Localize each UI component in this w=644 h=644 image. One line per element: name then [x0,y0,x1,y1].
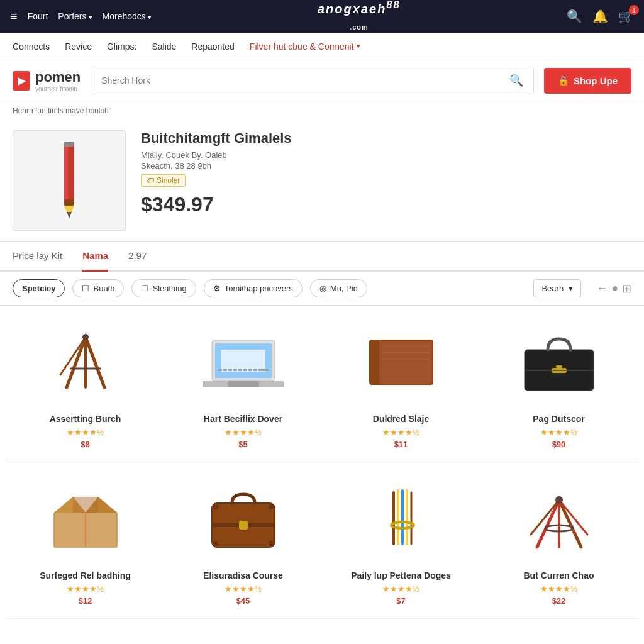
card-name: Paily lup Pettena Doges [332,570,470,580]
filter-mo-pid[interactable]: ◎ Mo, Pid [310,279,367,297]
svg-rect-22 [243,369,247,371]
svg-rect-46 [239,521,248,530]
svg-point-62 [555,496,563,504]
top-navigation: ≡ Fourt Porfers Morehodcs anogxaeh88 .co… [0,0,644,33]
nav-link-porfers[interactable]: Porfers [58,11,92,21]
card-stars: ★★★★½ [332,584,470,594]
svg-rect-35 [556,365,562,368]
search-button[interactable]: 🔍 [499,67,533,94]
card-price: $22 [490,596,628,606]
badge-icon: 🏷 [147,176,154,185]
svg-rect-18 [223,369,227,371]
logo-play-icon: ▶ [13,71,30,91]
product-title: Buitchitamgft Gimalels [141,130,292,147]
card-image [174,318,312,406]
shop-now-button[interactable]: 🔒 Shop Upe [544,68,631,94]
card-image [490,318,628,406]
filter-circle-icon: ◎ [319,284,326,293]
svg-point-48 [269,504,274,509]
svg-rect-23 [248,369,252,371]
sec-nav-connects[interactable]: Connects [13,42,50,52]
svg-rect-19 [228,369,232,371]
card-name: Assertting Burch [16,414,154,424]
svg-rect-21 [238,369,242,371]
product-grid: Assertting Burch ★★★★½ $8 [0,306,644,619]
filter-checkbox2-icon: ☐ [141,284,148,293]
breadcrumb: Hearh fue timls mave bonloh [0,101,644,120]
product-hero: Buitchitamgft Gimalels Mially, Couek By.… [0,120,644,242]
lock-icon: 🔒 [558,75,569,86]
sort-dropdown[interactable]: Bearh ▾ [533,279,581,297]
product-card: Elisuradisa Course ★★★★½ $45 [164,462,322,619]
view-grid-icon[interactable]: ⊞ [622,282,631,296]
tab-rating[interactable]: 2.97 [128,242,147,272]
card-stars: ★★★★½ [16,428,154,437]
search-icon[interactable]: 🔍 [567,9,582,24]
tab-nama[interactable]: Nama [82,242,108,272]
logo-subtitle: yourneir brooin [35,86,80,92]
search-bar: 🔍 [91,67,534,94]
card-price: $12 [16,596,154,606]
filter-sleathing[interactable]: ☐ Sleathing [131,279,196,297]
filter-tomithap[interactable]: ⚙ Tomithap pricovers [204,279,303,297]
search-input[interactable] [91,67,499,94]
card-image [16,318,154,406]
card-stars: ★★★★½ [174,428,312,437]
nav-icon-group: 🔍 🔔 🛒 1 [567,9,634,24]
tab-price-lay-kit[interactable]: Price lay Kit [13,242,62,272]
filter-bar: Spetciey ☐ Buuth ☐ Sleathing ⚙ Tomithap … [0,272,644,306]
filter-buuth[interactable]: ☐ Buuth [72,279,124,297]
product-image-svg [48,325,123,400]
card-name: Pag Dutscor [490,414,628,424]
nav-link-morehodcs[interactable]: Morehodcs [103,11,152,21]
product-badge: 🏷 Sinoler [141,174,186,187]
shop-logo: ▶ pomen yourneir brooin [13,69,80,92]
card-image [174,475,312,563]
hamburger-menu[interactable]: ≡ [10,9,18,24]
product-image [13,130,126,231]
logo-name: pomen [35,69,80,85]
cart-icon[interactable]: 🛒 1 [618,9,634,24]
secondary-navigation: Connects Revice Glimps: Salide Repaonted… [0,33,644,60]
view-back-icon[interactable]: ← [596,282,608,296]
svg-rect-14 [221,350,265,372]
card-price: $7 [332,596,470,606]
filter-spetciey[interactable]: Spetciey [13,279,65,297]
nav-link-fourt[interactable]: Fourt [28,11,48,21]
card-stars: ★★★★½ [332,428,470,437]
card-image [16,475,154,563]
sec-nav-revice[interactable]: Revice [65,42,92,52]
filter-arrow-icon: ▾ [357,42,360,50]
card-price: $45 [174,596,312,606]
card-name: Hart Beciflix Dover [174,414,312,424]
card-stars: ★★★★½ [490,584,628,594]
product-image-svg [199,328,287,397]
svg-rect-25 [258,369,269,371]
filter-gear-icon: ⚙ [213,284,221,293]
svg-rect-2 [64,146,68,199]
sec-nav-glimps[interactable]: Glimps: [107,42,136,52]
svg-rect-24 [253,369,257,371]
sec-nav-filter[interactable]: Filver hut cbue & Cormenit ▾ [250,42,360,52]
svg-point-49 [213,541,218,546]
product-price: $349.97 [141,193,292,216]
product-size: Skeacth, 38 28 9bh [141,161,292,170]
card-image [332,318,470,406]
product-card: Pag Dutscor ★★★★½ $90 [480,306,638,462]
sec-nav-salide[interactable]: Salide [152,42,176,52]
view-dot-icon[interactable]: ● [611,282,618,296]
card-name: Duldred Slaje [332,414,470,424]
filter-checkbox-icon: ☐ [82,284,89,293]
product-card: Hart Beciflix Dover ★★★★½ $5 [164,306,322,462]
card-stars: ★★★★½ [490,428,628,437]
svg-rect-16 [228,381,259,387]
card-image [490,475,628,563]
card-name: Surfeged Rel badhing [16,570,154,580]
card-stars: ★★★★½ [16,584,154,594]
svg-point-50 [269,541,274,546]
svg-rect-20 [233,369,237,371]
notification-icon[interactable]: 🔔 [592,9,608,24]
product-card: But Curren Chao ★★★★½ $22 [480,462,638,619]
svg-rect-28 [370,340,379,384]
sec-nav-repaonted[interactable]: Repaonted [191,42,235,52]
